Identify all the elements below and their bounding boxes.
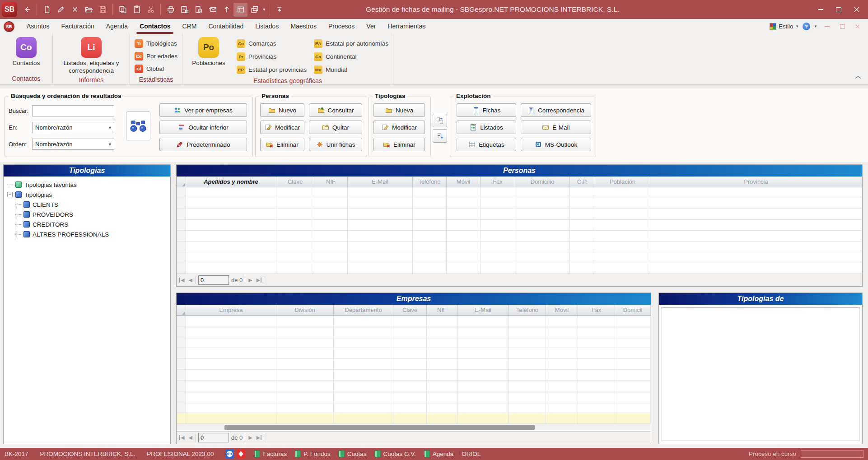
minimize-button[interactable] bbox=[813, 3, 828, 16]
menu-listados[interactable]: Listados bbox=[249, 19, 285, 34]
column-domicilio[interactable]: Domicil bbox=[615, 305, 651, 315]
table-row[interactable] bbox=[177, 316, 651, 326]
persona-quitar-button[interactable]: Quitar bbox=[309, 121, 362, 134]
paste-icon[interactable] bbox=[130, 3, 144, 17]
table-row[interactable] bbox=[177, 187, 862, 198]
cascade-windows-icon[interactable] bbox=[247, 3, 261, 17]
column-division[interactable]: División bbox=[276, 305, 334, 315]
new-document-icon[interactable] bbox=[40, 3, 54, 17]
column-email[interactable]: E-Mail bbox=[348, 177, 413, 187]
help-icon[interactable]: ? bbox=[803, 23, 810, 30]
table-row[interactable] bbox=[177, 263, 862, 274]
previous-page-button[interactable]: ◀ bbox=[187, 435, 193, 440]
tipologia-eliminar-button[interactable]: Eliminar bbox=[373, 138, 425, 151]
collapse-toggle-icon[interactable] bbox=[7, 192, 13, 197]
table-row[interactable] bbox=[177, 337, 651, 348]
next-page-button[interactable]: ▶ bbox=[247, 278, 253, 283]
export-icon[interactable] bbox=[219, 3, 233, 17]
predeterminado-button[interactable]: Predeterminado bbox=[159, 138, 247, 151]
provincias-button[interactable]: Pr Provincias bbox=[237, 51, 307, 62]
edit-icon[interactable] bbox=[54, 3, 68, 17]
column-nif[interactable]: NIF bbox=[314, 177, 348, 187]
persona-modificar-button[interactable]: Modificar bbox=[260, 121, 304, 134]
alert-icon[interactable] bbox=[237, 450, 245, 458]
persona-unir-fichas-button[interactable]: Unir fichas bbox=[309, 138, 362, 151]
column-email[interactable]: E-Mail bbox=[457, 305, 509, 315]
last-page-button[interactable]: ▶ bbox=[256, 435, 261, 440]
assign-tipologia-button[interactable] bbox=[433, 114, 447, 127]
column-apellidos[interactable]: Apellidos y nombre bbox=[186, 177, 276, 187]
menu-crm[interactable]: CRM bbox=[176, 19, 202, 34]
column-movil[interactable]: Móvil bbox=[447, 177, 481, 187]
ver-por-empresas-button[interactable]: Ver por empresas bbox=[159, 103, 247, 117]
last-page-button[interactable]: ▶ bbox=[256, 278, 261, 283]
column-poblacion[interactable]: Población bbox=[595, 177, 650, 187]
delete-icon[interactable] bbox=[68, 3, 82, 17]
persona-eliminar-button[interactable]: Eliminar bbox=[260, 138, 304, 151]
column-movil[interactable]: Movil bbox=[546, 305, 578, 315]
menu-facturacion[interactable]: Facturación bbox=[56, 19, 100, 34]
column-fax[interactable]: Fax bbox=[578, 305, 615, 315]
collapse-ribbon-icon[interactable] bbox=[854, 74, 862, 81]
next-page-button[interactable]: ▶ bbox=[247, 435, 253, 440]
tree-item-tipologias-favoritas[interactable]: Tipologias favoritas bbox=[7, 180, 168, 190]
table-row[interactable] bbox=[177, 220, 862, 231]
page-number-input[interactable] bbox=[198, 275, 229, 285]
table-row[interactable] bbox=[177, 359, 651, 370]
table-row[interactable] bbox=[177, 231, 862, 242]
app-logo[interactable]: SB bbox=[2, 2, 17, 17]
etiquetas-button[interactable]: Etiquetas bbox=[457, 138, 516, 151]
statusbar-link-agenda[interactable]: Agenda bbox=[424, 451, 454, 457]
statusbar-link-cuotas[interactable]: Cuotas bbox=[339, 451, 367, 457]
tipologias-de-list[interactable] bbox=[662, 307, 859, 441]
scrollbar-thumb[interactable] bbox=[224, 425, 535, 430]
cut-icon[interactable] bbox=[144, 3, 158, 17]
table-row[interactable] bbox=[177, 348, 651, 359]
statusbar-link-facturas[interactable]: Facturas bbox=[254, 451, 287, 457]
column-telefono[interactable]: Teléfono bbox=[413, 177, 447, 187]
table-row[interactable] bbox=[177, 326, 651, 337]
ocultar-inferior-button[interactable]: Ocultar inferior bbox=[159, 121, 247, 134]
select-all-cell[interactable] bbox=[177, 177, 186, 187]
open-icon[interactable] bbox=[82, 3, 96, 17]
statusbar-link-p-fondos[interactable]: P. Fondos bbox=[295, 451, 331, 457]
menu-agenda[interactable]: Agenda bbox=[100, 19, 134, 34]
restore-button[interactable] bbox=[831, 3, 846, 16]
tree-item-tipologias[interactable]: Tipologias bbox=[7, 190, 168, 200]
tree-item-creditors[interactable]: CREDITORS bbox=[15, 219, 168, 229]
print-options-icon[interactable] bbox=[177, 3, 191, 17]
first-page-button[interactable]: ◀ bbox=[179, 435, 185, 440]
column-departamento[interactable]: Departamento bbox=[334, 305, 393, 315]
sort-order-select[interactable]: Nombre/razón▼ bbox=[32, 139, 114, 150]
first-page-button[interactable]: ◀ bbox=[179, 278, 185, 283]
estatal-por-autonomias-button[interactable]: EA Estatal por autonomías bbox=[314, 38, 388, 49]
chevron-down-icon[interactable]: ▼ bbox=[262, 8, 266, 12]
correspondencia-button[interactable]: Correspondencia bbox=[521, 103, 591, 117]
poblaciones-tile-button[interactable]: Po Poblaciones bbox=[187, 37, 230, 67]
por-edades-button[interactable]: Ed Por edades bbox=[135, 51, 177, 62]
menu-maestros[interactable]: Maestros bbox=[285, 19, 322, 34]
continental-button[interactable]: Co Continental bbox=[314, 51, 388, 62]
close-button[interactable] bbox=[849, 3, 864, 16]
child-minimize-button[interactable] bbox=[821, 22, 833, 31]
ms-outlook-button[interactable]: MS-Outlook bbox=[521, 138, 591, 151]
previous-page-button[interactable]: ◀ bbox=[187, 278, 193, 283]
column-domicilio[interactable]: Domicilio bbox=[515, 177, 570, 187]
sort-az-button[interactable] bbox=[433, 129, 447, 143]
table-row[interactable] bbox=[177, 252, 862, 263]
column-clave[interactable]: Clave bbox=[393, 305, 427, 315]
menu-procesos[interactable]: Procesos bbox=[322, 19, 360, 34]
tipologia-nueva-button[interactable]: Nueva bbox=[373, 103, 425, 117]
chevron-down-icon[interactable]: ▼ bbox=[814, 24, 817, 28]
save-icon[interactable] bbox=[96, 3, 110, 17]
menu-asuntos[interactable]: Asuntos bbox=[21, 19, 56, 34]
statusbar-link-cuotas-gv[interactable]: Cuotas G.V. bbox=[375, 451, 416, 457]
column-fax[interactable]: Fax bbox=[481, 177, 515, 187]
send-email-icon[interactable] bbox=[205, 3, 219, 17]
comarcas-button[interactable]: Co Comarcas bbox=[237, 38, 307, 49]
tipologia-modificar-button[interactable]: Modificar bbox=[373, 121, 425, 134]
menu-ver[interactable]: Ver bbox=[360, 19, 382, 34]
toolbar-options-icon[interactable] bbox=[273, 3, 287, 17]
table-row[interactable] bbox=[177, 242, 862, 252]
select-all-cell[interactable] bbox=[177, 305, 186, 315]
